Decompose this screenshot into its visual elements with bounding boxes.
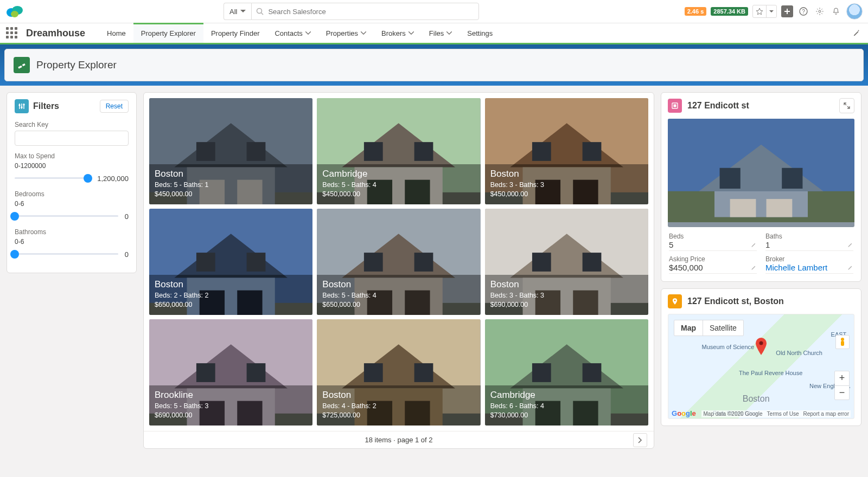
property-tile[interactable]: Boston Beds: 5 - Baths: 1 $450,000.00 [149,98,312,204]
nav-tab-files[interactable]: Files [422,23,459,43]
property-beds-baths: Beds: 4 - Baths: 2 [322,402,475,411]
map-mode-map[interactable]: Map [674,320,703,336]
property-tile[interactable]: Boston Beds: 5 - Baths: 4 $650,000.00 [317,209,480,315]
property-city: Boston [155,169,307,179]
pager-text: 18 items · page 1 of 2 [365,436,432,444]
reset-button[interactable]: Reset [100,100,129,113]
property-price: $450,000.00 [155,190,307,199]
bedrooms-value: 0 [125,212,129,221]
property-tile[interactable]: Boston Beds: 3 - Baths: 3 $690,000.00 [485,209,648,315]
perf-size-badge: 2857.34 KB [711,7,748,16]
property-beds-baths: Beds: 6 - Baths: 4 [490,402,643,411]
favorites-group [752,5,777,18]
property-beds-baths: Beds: 5 - Baths: 3 [155,402,307,411]
svg-rect-71 [364,363,383,382]
search-input[interactable] [268,8,474,16]
help-button[interactable]: ? [797,5,809,17]
google-logo: Google [672,409,696,417]
nav-tab-property-finder[interactable]: Property Finder [203,23,267,43]
nav-tab-contacts[interactable]: Contacts [267,23,318,43]
property-price: $690,000.00 [155,411,307,420]
favorite-button[interactable] [753,5,766,17]
zoom-in-button[interactable]: + [835,371,849,385]
property-tile[interactable]: Brookline Beds: 5 - Baths: 3 $690,000.00 [149,319,312,426]
max-spend-slider[interactable] [15,174,91,183]
map-pin-icon [755,338,768,356]
bedrooms-slider[interactable] [15,212,118,221]
detail-image [668,119,854,227]
property-tile[interactable]: Cambridge Beds: 6 - Baths: 4 $730,000.00 [485,319,648,426]
nav-tab-label: Properties [326,29,358,37]
search-key-input[interactable] [15,131,129,146]
svg-rect-72 [414,363,433,382]
map-canvas[interactable]: Map Satellite Museum of Science Old Nort… [668,314,854,419]
svg-rect-55 [532,253,551,272]
global-search[interactable] [251,3,479,20]
edit-price-button[interactable] [751,265,757,270]
location-icon [668,294,682,308]
edit-beds-button[interactable] [751,242,757,248]
property-overlay: Cambridge Beds: 5 - Baths: 4 $450,000.00 [317,164,480,204]
beds-label: Beds [669,233,757,240]
map-poi-label: Museum of Science [702,344,755,350]
svg-point-94 [760,341,763,345]
svg-point-10 [23,104,24,105]
app-launcher-icon[interactable] [5,27,18,40]
streetview-button[interactable] [835,335,850,349]
property-beds-baths: Beds: 5 - Baths: 4 [322,181,475,190]
property-tile[interactable]: Boston Beds: 2 - Baths: 2 $650,000.00 [149,209,312,315]
property-beds-baths: Beds: 5 - Baths: 4 [322,291,475,300]
notifications-button[interactable] [830,5,842,17]
edit-baths-button[interactable] [847,242,853,248]
map-report-link[interactable]: Report a map error [803,411,849,417]
svg-rect-16 [247,142,266,161]
property-tile[interactable]: Cambridge Beds: 5 - Baths: 4 $450,000.00 [317,98,480,204]
expand-button[interactable] [839,98,854,113]
max-spend-range: 0-1200000 [15,162,129,170]
bathrooms-slider[interactable] [15,250,118,259]
property-tile[interactable]: Boston Beds: 3 - Baths: 3 $450,000.00 [485,98,648,204]
property-price: $690,000.00 [490,300,643,310]
property-tile[interactable]: Boston Beds: 4 - Baths: 2 $725,000.00 [317,319,480,426]
map-terms-link[interactable]: Terms of Use [767,411,799,417]
map-panel: 127 Endicott st, Boston Map Satellite Mu… [661,288,861,426]
svg-rect-24 [414,142,433,161]
zoom-out-button[interactable]: − [835,385,849,399]
edit-broker-button[interactable] [847,265,853,270]
nav-tab-properties[interactable]: Properties [318,23,374,43]
nav-tab-brokers[interactable]: Brokers [374,23,422,43]
property-overlay: Cambridge Beds: 6 - Baths: 4 $730,000.00 [485,385,648,426]
gear-icon [815,7,824,16]
pegman-icon [839,337,846,347]
setup-button[interactable] [814,5,826,17]
next-page-button[interactable] [633,433,647,447]
svg-point-93 [674,300,676,301]
map-mode-satellite[interactable]: Satellite [703,320,743,336]
price-value: $450,000 [669,263,703,272]
svg-rect-31 [532,142,551,161]
svg-rect-91 [730,199,756,217]
svg-rect-92 [767,199,793,217]
property-beds-baths: Beds: 3 - Baths: 3 [490,181,643,190]
property-price: $650,000.00 [322,300,475,310]
broker-link[interactable]: Michelle Lambert [765,263,827,272]
nav-tab-home[interactable]: Home [99,23,133,43]
global-add-button[interactable] [781,5,793,17]
page-band: Property Explorer [0,44,868,86]
max-spend-value: 1,200,000 [97,175,129,183]
svg-rect-89 [720,168,741,189]
property-overlay: Boston Beds: 4 - Baths: 2 $725,000.00 [317,385,480,426]
bedrooms-label: Bedrooms [15,190,129,198]
chevron-down-icon [361,31,366,35]
nav-tab-property-explorer[interactable]: Property Explorer [133,23,203,43]
search-scope-dropdown[interactable]: All [224,3,251,20]
edit-nav-button[interactable] [853,29,860,37]
plus-icon [784,8,790,15]
user-avatar[interactable] [846,3,863,20]
search-scope-label: All [229,8,237,16]
property-city: Brookline [155,390,307,401]
favorites-dropdown[interactable] [766,5,776,17]
telescope-icon [14,57,30,73]
svg-rect-23 [364,142,383,161]
nav-tab-settings[interactable]: Settings [459,23,500,43]
